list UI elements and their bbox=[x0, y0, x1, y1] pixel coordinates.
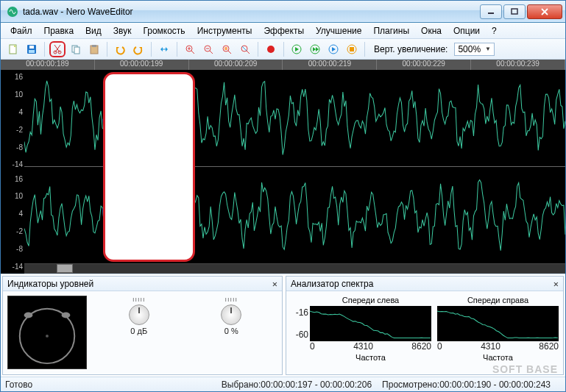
knob-ticks: ııııı bbox=[224, 296, 238, 303]
menu-tools[interactable]: Инструменты bbox=[192, 24, 258, 38]
knob-ticks: ııııı bbox=[132, 296, 146, 303]
pan-knob-block: ııııı 0 % bbox=[221, 296, 241, 335]
app-icon bbox=[7, 6, 18, 18]
ruler-tick: 00:00:00:239 bbox=[471, 60, 565, 70]
redo-icon[interactable] bbox=[130, 41, 146, 57]
ruler-tick: 00:00:00:199 bbox=[95, 60, 189, 70]
toolbar: Верт. увеличение: 500% ▼ bbox=[1, 39, 565, 60]
menu-plugins[interactable]: Плагины bbox=[368, 24, 414, 38]
spectrum-canvas-right bbox=[437, 306, 559, 341]
separator bbox=[177, 42, 177, 57]
copy-icon[interactable] bbox=[68, 41, 84, 57]
svg-rect-20 bbox=[224, 47, 227, 50]
svg-rect-6 bbox=[29, 50, 35, 53]
level-meter bbox=[7, 296, 87, 369]
svg-line-19 bbox=[228, 51, 231, 54]
menu-windows[interactable]: Окна bbox=[416, 24, 447, 38]
paste-icon[interactable] bbox=[86, 41, 102, 57]
menu-edit[interactable]: Правка bbox=[39, 24, 79, 38]
svg-point-24 bbox=[267, 46, 275, 53]
separator bbox=[107, 42, 107, 57]
svg-point-34 bbox=[46, 335, 49, 338]
svg-line-22 bbox=[247, 51, 250, 54]
spectrum-canvas-left: -16-60 bbox=[310, 306, 431, 341]
zoom-select[interactable]: 500% ▼ bbox=[454, 43, 495, 56]
menubar: Файл Правка Вид Звук Громкость Инструмен… bbox=[1, 23, 565, 39]
panel-close-icon[interactable]: ✕ bbox=[272, 279, 277, 289]
zoom-out-icon[interactable] bbox=[200, 41, 216, 57]
zoom-in-icon[interactable] bbox=[182, 41, 198, 57]
menu-effects[interactable]: Эффекты bbox=[258, 24, 309, 38]
svg-line-17 bbox=[210, 51, 213, 54]
menu-view[interactable]: Вид bbox=[80, 24, 107, 38]
svg-rect-2 bbox=[512, 9, 517, 14]
h-scrollbar[interactable] bbox=[24, 263, 565, 274]
separator bbox=[44, 42, 45, 57]
zoom-fit-icon[interactable] bbox=[237, 41, 253, 57]
scroll-thumb[interactable] bbox=[57, 264, 73, 273]
pan-knob[interactable] bbox=[221, 304, 241, 325]
spectrum-panel: Анализатор спектра ✕ Спереди слева -16-6… bbox=[286, 276, 564, 375]
play-icon[interactable] bbox=[289, 41, 305, 57]
chevron-down-icon: ▼ bbox=[485, 46, 491, 52]
svg-line-15 bbox=[191, 51, 194, 54]
menu-enhance[interactable]: Улучшение bbox=[311, 24, 367, 38]
close-button[interactable] bbox=[527, 4, 562, 19]
levels-panel: Индикаторы уровней ✕ ııııı 0 дБ ııııı bbox=[2, 276, 283, 375]
status-viewed: Просмотрено:00:00:00:190 - 00:00:00:243 bbox=[382, 379, 551, 390]
zoom-sel-icon[interactable] bbox=[219, 41, 235, 57]
minimize-button[interactable] bbox=[480, 4, 502, 19]
undo-icon[interactable] bbox=[112, 41, 128, 57]
status-ready: Готово bbox=[5, 379, 32, 390]
ruler-tick: 00:00:00:189 bbox=[1, 60, 95, 70]
waveform-canvas bbox=[24, 70, 565, 263]
zoom-label: Верт. увеличение: bbox=[374, 44, 448, 54]
svg-point-33 bbox=[62, 313, 71, 318]
play-sel-icon[interactable] bbox=[325, 41, 342, 57]
bottom-panels: Индикаторы уровней ✕ ııııı 0 дБ ııııı bbox=[1, 274, 565, 377]
spectrum-right: Спереди справа 043108620 Частота bbox=[437, 296, 559, 362]
svg-line-23 bbox=[242, 46, 247, 51]
zoom-value: 500% bbox=[458, 44, 481, 54]
window-title: tada.wav - Nero WaveEditor bbox=[23, 7, 480, 17]
maximize-button[interactable] bbox=[503, 4, 526, 19]
waveform-area[interactable]: 00:00:00:189 00:00:00:199 00:00:00:209 0… bbox=[1, 60, 565, 274]
svg-rect-29 bbox=[350, 47, 354, 51]
menu-options[interactable]: Опции bbox=[448, 24, 485, 38]
gain-knob-block: ııııı 0 дБ bbox=[129, 296, 149, 335]
gain-knob[interactable] bbox=[129, 304, 149, 325]
ruler-tick: 00:00:00:219 bbox=[283, 60, 377, 70]
selection-highlight[interactable] bbox=[103, 72, 195, 262]
menu-help[interactable]: ? bbox=[487, 24, 502, 38]
app-window: tada.wav - Nero WaveEditor Файл Правка В… bbox=[0, 0, 566, 392]
svg-rect-5 bbox=[29, 46, 34, 49]
time-ruler: 00:00:00:189 00:00:00:199 00:00:00:209 0… bbox=[1, 60, 565, 70]
separator bbox=[258, 42, 258, 57]
select-all-icon[interactable] bbox=[156, 41, 172, 57]
separator bbox=[364, 42, 365, 57]
ruler-tick: 00:00:00:209 bbox=[189, 60, 283, 70]
statusbar: Готово Выбрано:00:00:00:197 - 00:00:00:2… bbox=[1, 377, 565, 391]
stop-icon[interactable] bbox=[344, 41, 360, 57]
svg-rect-10 bbox=[74, 47, 79, 54]
menu-volume[interactable]: Громкость bbox=[138, 24, 190, 38]
status-selected: Выбрано:00:00:00:197 - 00:00:00:206 bbox=[222, 379, 372, 390]
separator bbox=[151, 42, 152, 57]
svg-rect-12 bbox=[92, 45, 96, 47]
save-icon[interactable] bbox=[24, 41, 40, 57]
new-icon[interactable] bbox=[5, 41, 21, 57]
spectrum-title: Анализатор спектра bbox=[291, 279, 373, 289]
menu-sound[interactable]: Звук bbox=[108, 24, 137, 38]
play-loop-icon[interactable] bbox=[307, 41, 323, 57]
y-axis: 16104-2-8-14 16104-2-8-14 bbox=[1, 70, 24, 274]
menu-file[interactable]: Файл bbox=[5, 24, 38, 38]
levels-title: Индикаторы уровней bbox=[7, 279, 93, 289]
window-buttons bbox=[480, 4, 562, 19]
spectrum-left: Спереди слева -16-60 043108620 Частота bbox=[310, 296, 431, 362]
titlebar: tada.wav - Nero WaveEditor bbox=[1, 1, 565, 23]
svg-point-32 bbox=[24, 313, 33, 318]
record-icon[interactable] bbox=[263, 41, 279, 57]
cut-icon[interactable] bbox=[49, 41, 66, 57]
ruler-tick: 00:00:00:229 bbox=[377, 60, 471, 70]
panel-close-icon[interactable]: ✕ bbox=[553, 279, 559, 289]
